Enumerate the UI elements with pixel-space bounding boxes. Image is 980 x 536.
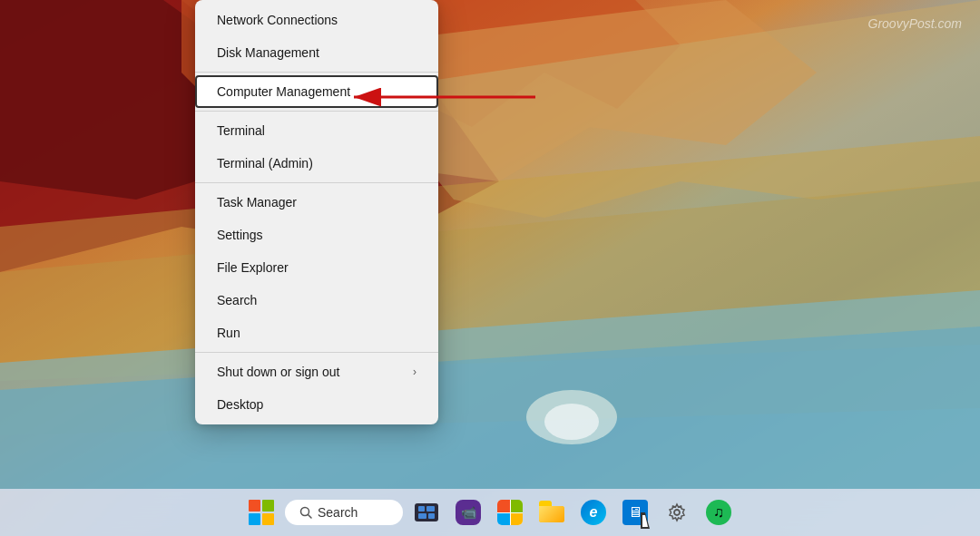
menu-item-task-manager[interactable]: Task Manager xyxy=(195,186,438,219)
svg-line-6 xyxy=(309,515,312,519)
svg-point-11 xyxy=(674,510,680,515)
menu-item-desktop[interactable]: Desktop xyxy=(195,388,438,421)
menu-item-file-explorer[interactable]: File Explorer xyxy=(195,251,438,284)
menu-item-computer-management[interactable]: Computer Management xyxy=(195,75,438,108)
taskbar-search-label: Search xyxy=(318,505,358,520)
edge-button[interactable]: e xyxy=(575,494,612,531)
spotify-icon: ♫ xyxy=(706,500,731,525)
phone-link-icon: 🖥 xyxy=(622,500,648,525)
context-menu: Network Connections Disk Management Comp… xyxy=(195,0,438,424)
svg-rect-7 xyxy=(418,506,425,512)
menu-item-disk-management[interactable]: Disk Management xyxy=(195,36,438,69)
svg-point-2 xyxy=(544,404,599,440)
menu-item-network-connections[interactable]: Network Connections xyxy=(195,4,438,36)
zoom-button[interactable]: 📹 xyxy=(450,494,486,531)
menu-item-terminal-admin[interactable]: Terminal (Admin) xyxy=(195,147,438,180)
windows-logo-icon xyxy=(249,500,274,525)
taskbar: Search 📹 xyxy=(0,489,980,536)
menu-item-shut-down[interactable]: Shut down or sign out › xyxy=(195,356,438,388)
svg-rect-8 xyxy=(426,506,435,512)
menu-item-search[interactable]: Search xyxy=(195,284,438,317)
menu-separator-4 xyxy=(195,352,438,353)
settings-button[interactable] xyxy=(659,494,695,531)
svg-rect-9 xyxy=(418,513,426,519)
spotify-button[interactable]: ♫ xyxy=(701,494,737,531)
ms-store-icon xyxy=(497,500,523,525)
phone-link-button[interactable]: 🖥 xyxy=(617,494,653,531)
svg-rect-10 xyxy=(428,513,435,519)
menu-item-run[interactable]: Run xyxy=(195,317,438,349)
menu-item-settings[interactable]: Settings xyxy=(195,219,438,251)
file-explorer-button[interactable] xyxy=(534,494,570,531)
watermark: GroovyPost.com xyxy=(868,16,962,31)
zoom-icon: 📹 xyxy=(456,500,481,525)
settings-icon xyxy=(664,500,690,525)
file-explorer-icon xyxy=(539,501,564,524)
menu-separator-1 xyxy=(195,72,438,73)
task-view-svg xyxy=(418,506,435,519)
edge-icon: e xyxy=(581,500,606,525)
start-button[interactable] xyxy=(243,494,279,531)
task-view-button[interactable] xyxy=(408,494,445,531)
desktop-background: GroovyPost.com xyxy=(0,0,980,536)
task-view-icon xyxy=(415,503,438,521)
taskbar-search[interactable]: Search xyxy=(285,500,403,525)
menu-separator-3 xyxy=(195,182,438,183)
ms-store-button[interactable] xyxy=(492,494,528,531)
submenu-arrow-icon: › xyxy=(413,365,416,378)
menu-separator-2 xyxy=(195,111,438,112)
menu-item-terminal[interactable]: Terminal xyxy=(195,114,438,147)
search-icon xyxy=(299,506,312,519)
